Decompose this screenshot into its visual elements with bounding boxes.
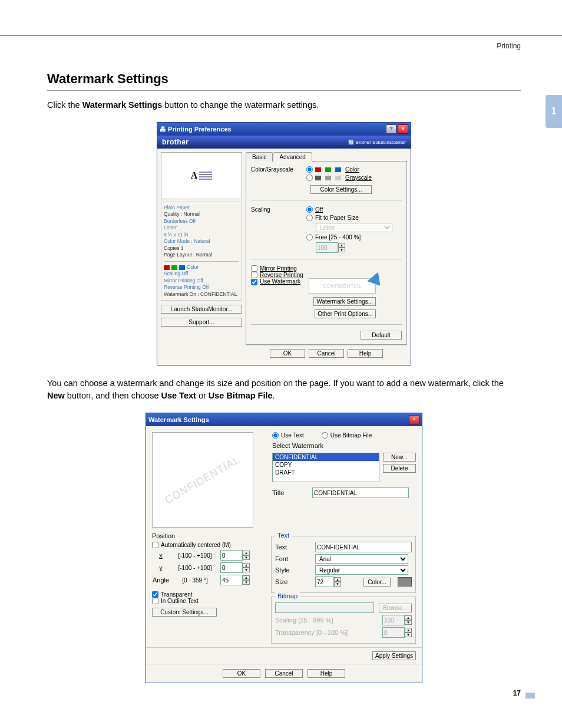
title-input[interactable] [312,487,409,498]
label-transparency-pct: Transparency [0 - 100 %] [275,629,378,636]
label-select-watermark: Select Watermark [272,442,416,449]
new-button[interactable]: New... [383,453,416,462]
section-title: Watermark Settings [47,71,521,91]
intro-text-a: Click the [47,100,82,110]
color-swatch [398,577,412,587]
launch-status-monitor-button[interactable]: Launch StatusMonitor... [161,305,242,314]
color-button[interactable]: Color... [363,578,391,587]
style-select[interactable]: Regular [315,565,408,575]
intro-paragraph: Click the Watermark Settings button to c… [47,99,521,111]
watermark-listbox[interactable]: CONFIDENTIAL COPY DRAFT [272,453,379,482]
support-button[interactable]: Support... [161,318,242,327]
range-x: [-100 - +100] [174,552,216,559]
label-scaling-pct: Scaling [25 - 999 %] [275,617,378,624]
label-text: Text [275,543,310,551]
ok-button[interactable]: OK [270,349,305,358]
watermark-settings-dialog: Watermark Settings × CONFIDENTIAL Use Te… [146,413,422,683]
watermark-sample-preview: CONFIDENTIAL [309,278,376,294]
other-print-options-button[interactable]: Other Print Options... [315,309,376,318]
intro-bold: Watermark Settings [82,100,163,110]
ok-button[interactable]: OK [223,669,260,678]
mid-paragraph: You can choose a watermark and change it… [47,377,521,402]
size-spinner[interactable]: ▲▼ [315,577,341,587]
label-color-grayscale: Color/Grayscale [251,166,300,173]
page-number-accent [525,693,535,699]
intro-text-c: button to change the watermark settings. [162,100,319,110]
solutions-center-link[interactable]: 🔄 Brother SolutionsCenter [348,140,406,145]
x-spinner[interactable]: ▲▼ [220,550,250,561]
radio-grayscale[interactable]: Grayscale [306,174,372,181]
list-item[interactable]: CONFIDENTIAL [273,453,379,461]
radio-scaling-off[interactable]: Off [306,206,392,213]
delete-button[interactable]: Delete [383,464,416,473]
label-scaling: Scaling [251,206,300,213]
printing-preferences-dialog: 🖶 Printing Preferences ? × brother 🔄 Bro… [157,122,411,365]
bitmap-transparency-spinner: ▲▼ [382,627,412,638]
cancel-button[interactable]: Cancel [309,349,344,358]
radio-use-text[interactable]: Use Text [272,432,304,439]
color-settings-button[interactable]: Color Settings... [310,185,372,194]
label-position: Position [152,532,263,539]
custom-settings-button[interactable]: Custom Settings... [152,608,217,617]
label-x: x [152,552,170,559]
help-button[interactable]: Help [348,349,383,358]
bitmap-groupbox: Bitmap Browse... Scaling [25 - 999 %]▲▼ … [271,597,416,644]
bitmap-path-input [275,602,374,613]
label-style: Style [275,566,310,574]
page-preview: A [161,152,242,199]
brand-logo: brother [162,138,189,146]
radio-fit-paper[interactable]: Fit to Paper Size [306,215,392,221]
label-y: y [152,564,170,571]
header-category: Printing [497,42,521,50]
y-spinner[interactable]: ▲▼ [220,562,250,573]
list-item[interactable]: COPY [273,461,379,469]
settings-summary: Plain Paper Quality : Normal Borderless … [161,202,242,301]
brand-row: brother 🔄 Brother SolutionsCenter [157,136,411,149]
close-icon[interactable]: × [398,124,408,134]
default-button[interactable]: Default [361,331,402,340]
free-scaling-spinner: ▲▼ [316,242,392,253]
radio-color[interactable]: Color [306,166,372,173]
tab-advanced[interactable]: Advanced [273,152,312,162]
tab-basic[interactable]: Basic [246,152,273,162]
help-icon[interactable]: ? [386,124,396,134]
text-input[interactable] [315,542,412,552]
dialog2-title: Watermark Settings [148,416,209,423]
browse-button: Browse... [379,604,412,612]
checkbox-use-watermark[interactable]: Use Watermark [251,278,300,285]
checkbox-outline-text[interactable]: In Outline Text [152,598,263,604]
titlebar: 🖶 Printing Preferences ? × [157,123,411,136]
fit-paper-select: Letter [316,223,392,232]
apply-settings-button[interactable]: Apply Settings [372,651,416,660]
label-title: Title [272,489,308,496]
radio-free-scaling[interactable]: Free [25 - 400 %] [306,234,392,241]
bitmap-scaling-spinner: ▲▼ [382,615,412,625]
label-font: Font [275,555,310,562]
close-icon[interactable]: × [409,415,419,424]
angle-spinner[interactable]: ▲▼ [220,575,250,585]
text-groupbox: Text Text FontArial StyleRegular Size ▲▼… [271,536,416,593]
font-select[interactable]: Arial [315,554,408,564]
page-number: 17 [513,689,521,697]
range-angle: [0 - 359 °] [174,577,216,584]
radio-use-bitmap[interactable]: Use Bitmap File [322,432,372,439]
cancel-button[interactable]: Cancel [265,669,303,678]
watermark-settings-button[interactable]: Watermark Settings... [313,297,376,306]
dialog-title: 🖶 Printing Preferences [160,126,232,133]
label-size: Size [275,578,310,585]
checkbox-auto-centered[interactable]: Automatically centered (M) [152,542,263,548]
checkbox-mirror-printing[interactable]: Mirror Printing [251,265,402,272]
range-y: [-100 - +100] [174,565,216,571]
watermark-preview: CONFIDENTIAL [152,432,253,528]
label-angle: Angle [152,577,170,584]
chapter-side-tab: 1 [546,95,562,128]
help-button[interactable]: Help [308,669,345,678]
checkbox-transparent[interactable]: Transparent [152,591,263,598]
list-item[interactable]: DRAFT [273,469,379,476]
